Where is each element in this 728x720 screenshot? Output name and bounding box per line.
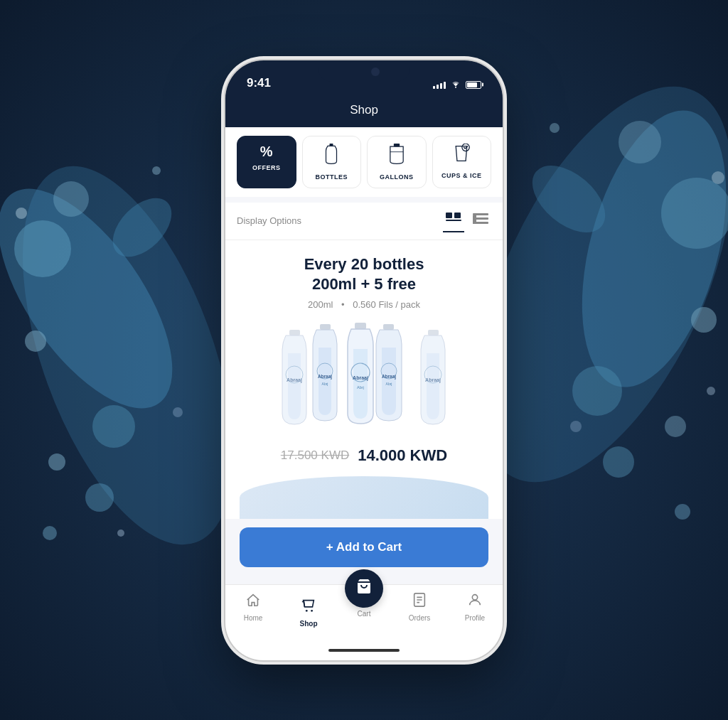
tab-offers[interactable]: % OFFERS xyxy=(237,136,296,188)
display-options-bar: Display Options xyxy=(225,203,503,240)
product-subtitle: 200ml • 0.560 Fils / pack xyxy=(240,299,488,310)
svg-point-11 xyxy=(152,166,161,175)
shop-icon xyxy=(301,598,316,618)
bottom-nav: Home Shop Cart xyxy=(225,584,503,640)
svg-text:Abrj: Abrj xyxy=(386,382,392,386)
svg-point-29 xyxy=(455,86,456,87)
app-header: Shop xyxy=(225,96,503,127)
app-title: Shop xyxy=(350,103,378,117)
screen-content: % OFFERS BOTTLES xyxy=(225,127,503,584)
notch xyxy=(318,60,410,82)
svg-point-60 xyxy=(306,609,308,611)
svg-rect-56 xyxy=(428,330,439,335)
svg-point-22 xyxy=(603,446,634,478)
gallons-label: GALLONS xyxy=(380,173,414,181)
time-display: 9:41 xyxy=(247,76,271,90)
phone-frame: 9:41 xyxy=(225,60,503,660)
battery-icon xyxy=(466,81,481,89)
svg-point-19 xyxy=(572,366,622,416)
tab-cups-ice[interactable]: CUPS & ICE xyxy=(432,136,492,188)
svg-point-23 xyxy=(665,416,686,437)
svg-point-17 xyxy=(661,178,728,249)
nav-shop[interactable]: Shop xyxy=(281,596,336,629)
cups-ice-label: CUPS & ICE xyxy=(441,172,482,179)
bottle-right: Abraaj xyxy=(414,328,453,428)
wifi-icon xyxy=(450,80,461,90)
svg-rect-36 xyxy=(446,220,461,221)
phone-mockup: 9:41 xyxy=(225,60,503,660)
nav-home[interactable]: Home xyxy=(225,591,281,629)
svg-point-10 xyxy=(16,208,27,219)
svg-text:Abraaj: Abraaj xyxy=(287,377,302,383)
profile-icon xyxy=(467,592,483,612)
home-indicator xyxy=(225,640,503,660)
signal-icon xyxy=(433,80,446,89)
svg-rect-41 xyxy=(289,330,300,335)
product-title: Every 20 bottles 200ml + 5 free xyxy=(240,254,488,295)
add-to-cart-button[interactable]: + Add to Cart xyxy=(240,527,488,567)
svg-point-61 xyxy=(311,609,313,611)
svg-rect-40 xyxy=(473,215,476,224)
pricing-row: 17.500 KWD 14.000 KWD xyxy=(240,435,488,471)
cart-nav-label: Cart xyxy=(358,610,371,618)
product-card: Every 20 bottles 200ml + 5 free 200ml • … xyxy=(225,240,503,519)
svg-point-66 xyxy=(472,594,477,599)
svg-rect-34 xyxy=(446,213,452,218)
svg-point-6 xyxy=(25,331,46,352)
list-view-button[interactable] xyxy=(470,210,491,232)
svg-point-9 xyxy=(48,453,65,471)
svg-point-26 xyxy=(675,504,690,520)
svg-point-2 xyxy=(0,161,205,436)
svg-point-21 xyxy=(520,153,618,246)
svg-point-16 xyxy=(555,95,728,403)
svg-rect-48 xyxy=(355,323,366,329)
status-bar: 9:41 xyxy=(225,60,503,96)
svg-text:Abrj: Abrj xyxy=(322,382,328,386)
tab-bottles[interactable]: BOTTLES xyxy=(302,136,362,188)
profile-nav-label: Profile xyxy=(465,614,485,622)
original-price: 17.500 KWD xyxy=(281,448,349,463)
offers-label: OFFERS xyxy=(252,164,281,171)
svg-point-13 xyxy=(173,407,183,417)
bottle-left: Abraaj xyxy=(275,328,314,428)
svg-rect-44 xyxy=(320,324,331,330)
svg-point-20 xyxy=(691,307,717,333)
category-tabs: % OFFERS BOTTLES xyxy=(225,127,503,197)
svg-point-7 xyxy=(102,187,182,267)
nav-orders[interactable]: Orders xyxy=(392,591,447,629)
svg-point-5 xyxy=(92,405,135,448)
orders-nav-label: Orders xyxy=(409,614,431,622)
svg-point-18 xyxy=(619,121,661,163)
nav-profile[interactable]: Profile xyxy=(447,591,503,629)
svg-rect-52 xyxy=(383,324,394,330)
sale-price: 14.000 KWD xyxy=(358,446,447,465)
svg-point-12 xyxy=(43,526,57,540)
gallons-icon xyxy=(387,144,406,169)
home-icon xyxy=(245,592,261,612)
bottles-label: BOTTLES xyxy=(316,173,348,181)
svg-point-4 xyxy=(53,181,89,217)
cart-fab-icon xyxy=(355,578,373,599)
svg-point-25 xyxy=(550,123,560,133)
svg-point-14 xyxy=(117,530,124,537)
svg-text:Abrj: Abrj xyxy=(357,385,364,389)
bottles-icon xyxy=(323,144,340,169)
offers-icon: % xyxy=(260,144,273,160)
view-toggle xyxy=(443,210,491,232)
bottles-area: Abraaj Abraaj Abrj xyxy=(240,321,488,435)
cart-fab[interactable] xyxy=(345,569,383,608)
shop-nav-label: Shop xyxy=(300,620,318,628)
svg-text:Abraaj: Abraaj xyxy=(425,377,441,383)
svg-point-8 xyxy=(85,483,114,512)
svg-point-27 xyxy=(570,421,582,432)
tab-gallons[interactable]: GALLONS xyxy=(367,136,427,188)
home-nav-label: Home xyxy=(244,614,263,622)
status-icons xyxy=(433,80,481,90)
svg-rect-37 xyxy=(473,213,488,215)
orders-icon xyxy=(412,592,427,612)
grid-view-button[interactable] xyxy=(443,210,464,232)
bottles-center: Abraaj Abrj Abraaj Abrj xyxy=(307,323,421,433)
wave-decoration xyxy=(240,476,488,519)
svg-point-24 xyxy=(712,171,724,184)
svg-rect-35 xyxy=(454,213,461,218)
